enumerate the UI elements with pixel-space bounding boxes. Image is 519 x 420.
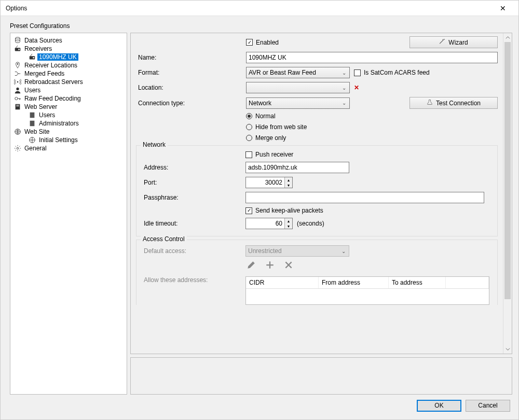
keepalive-checkbox[interactable]: ✓Send keep-alive packets [245,207,323,214]
location-select[interactable]: ⌄ [246,82,350,93]
add-icon[interactable] [265,260,275,270]
svg-point-7 [17,63,19,65]
svg-point-18 [17,147,19,149]
scroll-down-icon[interactable] [503,345,512,354]
radio-icon [13,45,22,52]
col-from[interactable]: From address [319,277,389,288]
spin-down-icon[interactable]: ▼ [285,223,292,229]
preset-configurations-label: Preset Configurations [10,22,512,30]
spin-up-icon[interactable]: ▲ [285,177,292,183]
col-cidr[interactable]: CIDR [246,277,319,288]
dialog-footer: OK Cancel [10,395,512,416]
server-icon [13,103,22,110]
location-label: Location: [136,84,246,91]
satcom-checkbox[interactable]: Is SatCom ACARS feed [354,69,430,76]
chevron-down-icon: ⌄ [342,85,346,91]
form-scroll: ✓Enabled Wizard Name: [131,33,503,354]
idle-timeout-label: Idle timeout: [142,220,245,227]
enabled-checkbox[interactable]: ✓Enabled [246,39,279,46]
test-connection-button[interactable]: Test Connection [409,97,498,109]
clear-location-icon[interactable]: ✕ [354,84,359,91]
globe-icon [13,128,22,135]
mode-merge-radio[interactable]: Merge only [246,134,286,142]
push-receiver-checkbox[interactable]: Push receiver [245,151,293,158]
svg-point-10 [15,97,18,100]
access-control-group: Access Control Default access:Unrestrict… [136,240,498,305]
svg-rect-15 [30,121,35,127]
name-label: Name: [136,54,246,61]
format-select[interactable]: AVR or Beast Raw Feed⌄ [246,67,350,78]
tree-web-server-admins[interactable]: Administrators [28,119,125,128]
tree-receivers[interactable]: Receivers [13,45,125,53]
format-label: Format: [136,69,246,76]
server-icon [28,120,36,127]
svg-rect-13 [16,106,19,106]
options-window: Options ✕ Preset Configurations Data Sou… [0,0,519,420]
port-spinner[interactable]: ▲▼ [245,177,293,188]
tree-receiver-locations[interactable]: Receiver Locations [13,61,125,69]
svg-point-8 [17,81,19,83]
connection-type-label: Connection type: [136,100,246,107]
addresses-table[interactable]: CIDR From address To address [245,276,489,305]
window-title: Options [6,5,493,12]
vertical-scrollbar[interactable] [503,33,512,354]
hint-panel [130,357,512,395]
svg-rect-11 [16,104,20,110]
address-input[interactable] [245,162,349,173]
tree-raw-feed-decoding[interactable]: Raw Feed Decoding [13,94,125,103]
network-group: Network Push receiver Address: Port:▲▼ P… [136,145,498,236]
idle-timeout-spinner[interactable]: ▲▼ [245,218,293,229]
chevron-down-icon: ⌄ [342,100,346,106]
titlebar: Options ✕ [1,1,518,16]
spin-up-icon[interactable]: ▲ [285,218,292,223]
gear-icon [13,145,22,152]
ok-button[interactable]: OK [417,400,461,412]
tree-web-server-users[interactable]: Users [28,111,125,119]
svg-rect-12 [16,105,19,106]
scrollbar-thumb[interactable] [504,42,511,299]
key-icon [13,95,22,102]
close-icon[interactable]: ✕ [493,4,513,12]
merge-icon [13,70,22,77]
database-icon [13,37,22,44]
mode-normal-radio[interactable]: Normal [246,113,276,120]
nav-tree[interactable]: Data Sources Receivers 1090MHZ UK Receiv… [10,33,127,395]
flask-icon [427,99,433,107]
tree-users[interactable]: Users [13,86,125,94]
user-icon [13,87,22,94]
svg-point-2 [18,49,20,50]
main-panel: ✓Enabled Wizard Name: [130,33,512,395]
tree-general[interactable]: General [13,144,125,152]
wizard-button[interactable]: Wizard [409,36,498,48]
passphrase-label: Passphrase: [142,194,245,201]
edit-icon[interactable] [247,260,256,270]
mode-hide-radio[interactable]: Hide from web site [246,123,307,131]
chevron-down-icon: ⌄ [342,70,346,76]
broadcast-icon [13,78,22,86]
name-input[interactable] [246,52,498,63]
server-icon [28,111,36,119]
tree-rebroadcast-servers[interactable]: Rebroadcast Servers [13,78,125,86]
tree-web-site[interactable]: Web Site [13,128,125,136]
connection-type-select[interactable]: Network⌄ [246,97,350,109]
cancel-button[interactable]: Cancel [466,400,510,412]
globe-icon [28,136,36,144]
address-label: Address: [142,164,245,171]
svg-line-6 [31,54,33,56]
svg-rect-14 [30,113,35,118]
spin-down-icon[interactable]: ▼ [285,183,292,188]
tree-web-server[interactable]: Web Server [13,103,125,111]
svg-line-3 [16,46,18,48]
tree-initial-settings[interactable]: Initial Settings [28,136,125,144]
svg-point-0 [16,37,20,39]
chevron-down-icon: ⌄ [342,248,346,254]
tree-data-sources[interactable]: Data Sources [13,36,125,45]
delete-icon[interactable] [284,260,293,270]
tree-receiver-1090mhz-uk[interactable]: 1090MHZ UK [28,53,125,61]
allow-addresses-label: Allow these addresses: [142,276,245,284]
form-panel: ✓Enabled Wizard Name: [130,33,512,354]
tree-merged-feeds[interactable]: Merged Feeds [13,69,125,78]
passphrase-input[interactable] [245,192,484,203]
scroll-up-icon[interactable] [503,33,512,42]
col-to[interactable]: To address [389,277,446,288]
